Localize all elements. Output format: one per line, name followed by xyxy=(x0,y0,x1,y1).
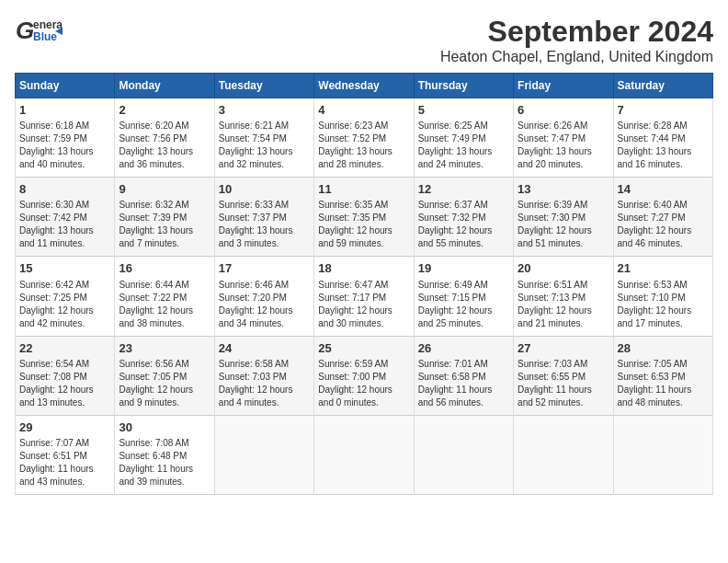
header-row: SundayMondayTuesdayWednesdayThursdayFrid… xyxy=(16,74,713,98)
day-info: Daylight: 13 hours xyxy=(518,145,609,158)
calendar-cell: 23Sunrise: 6:56 AMSunset: 7:05 PMDayligh… xyxy=(115,336,214,415)
day-info: and 11 minutes. xyxy=(19,237,110,250)
day-info: Daylight: 12 hours xyxy=(318,384,409,396)
day-number: 22 xyxy=(19,340,110,357)
day-info: Sunrise: 6:49 AM xyxy=(418,279,509,292)
day-number: 21 xyxy=(618,260,709,277)
day-info: Daylight: 12 hours xyxy=(318,304,409,317)
day-info: and 20 minutes. xyxy=(518,158,609,171)
day-info: and 36 minutes. xyxy=(119,158,210,171)
day-info: Daylight: 13 hours xyxy=(418,145,509,158)
week-row-2: 8Sunrise: 6:30 AMSunset: 7:42 PMDaylight… xyxy=(16,178,713,257)
day-number: 12 xyxy=(418,181,509,198)
calendar-cell: 5Sunrise: 6:25 AMSunset: 7:49 PMDaylight… xyxy=(414,98,513,178)
day-info: and 34 minutes. xyxy=(219,317,310,330)
page-subtitle: Heaton Chapel, England, United Kingdom xyxy=(440,49,713,65)
day-number: 10 xyxy=(219,181,310,198)
week-row-1: 1Sunrise: 6:18 AMSunset: 7:59 PMDaylight… xyxy=(16,98,713,178)
day-info: Daylight: 12 hours xyxy=(318,224,409,237)
day-info: and 39 minutes. xyxy=(119,476,210,488)
day-info: Sunset: 7:15 PM xyxy=(418,292,509,304)
day-info: Sunset: 7:00 PM xyxy=(318,371,409,384)
day-info: Sunset: 6:58 PM xyxy=(418,371,509,384)
day-info: Sunset: 7:47 PM xyxy=(518,132,609,145)
calendar-cell: 13Sunrise: 6:39 AMSunset: 7:30 PMDayligh… xyxy=(514,178,613,257)
day-info: Daylight: 12 hours xyxy=(618,304,709,317)
day-number: 13 xyxy=(518,181,609,198)
day-info: Daylight: 11 hours xyxy=(19,463,110,476)
calendar-cell: 10Sunrise: 6:33 AMSunset: 7:37 PMDayligh… xyxy=(214,178,313,257)
day-info: Sunrise: 6:44 AM xyxy=(119,279,210,292)
day-info: Sunset: 7:13 PM xyxy=(518,292,609,304)
day-number: 15 xyxy=(19,260,110,277)
day-info: Sunrise: 6:30 AM xyxy=(19,199,110,212)
calendar-cell xyxy=(314,415,414,494)
day-info: and 30 minutes. xyxy=(318,317,409,330)
day-info: Daylight: 13 hours xyxy=(119,145,210,158)
day-number: 25 xyxy=(318,340,409,357)
day-info: and 43 minutes. xyxy=(19,476,110,488)
day-info: and 21 minutes. xyxy=(518,317,609,330)
day-number: 16 xyxy=(119,260,210,277)
day-info: Sunrise: 6:23 AM xyxy=(318,120,409,132)
day-info: and 3 minutes. xyxy=(219,237,310,250)
day-info: Sunrise: 6:40 AM xyxy=(618,199,709,212)
day-number: 24 xyxy=(219,340,310,357)
day-info: Daylight: 13 hours xyxy=(119,224,210,237)
page-title: September 2024 xyxy=(440,15,713,49)
calendar-cell: 1Sunrise: 6:18 AMSunset: 7:59 PMDaylight… xyxy=(16,98,115,178)
day-info: Sunset: 7:32 PM xyxy=(418,212,509,224)
header-day-saturday: Saturday xyxy=(613,74,712,98)
day-info: Sunset: 7:17 PM xyxy=(318,292,409,304)
day-info: Sunset: 7:42 PM xyxy=(19,212,110,224)
day-info: Sunrise: 6:20 AM xyxy=(119,120,210,132)
day-info: Daylight: 13 hours xyxy=(19,145,110,158)
calendar-cell: 7Sunrise: 6:28 AMSunset: 7:44 PMDaylight… xyxy=(613,98,712,178)
day-info: Daylight: 13 hours xyxy=(219,145,310,158)
calendar-cell: 21Sunrise: 6:53 AMSunset: 7:10 PMDayligh… xyxy=(613,257,712,336)
day-info: Sunrise: 6:21 AM xyxy=(219,120,310,132)
day-number: 5 xyxy=(418,102,509,119)
day-info: Daylight: 12 hours xyxy=(518,224,609,237)
day-info: Sunrise: 6:54 AM xyxy=(19,358,110,371)
day-number: 18 xyxy=(318,260,409,277)
day-info: Daylight: 12 hours xyxy=(19,384,110,396)
day-info: Sunrise: 6:26 AM xyxy=(518,120,609,132)
day-info: Sunset: 7:27 PM xyxy=(618,212,709,224)
logo: G eneral Blue xyxy=(15,15,63,52)
day-info: Daylight: 12 hours xyxy=(219,304,310,317)
day-info: Sunset: 7:56 PM xyxy=(119,132,210,145)
day-info: Sunset: 7:03 PM xyxy=(219,371,310,384)
calendar-cell: 18Sunrise: 6:47 AMSunset: 7:17 PMDayligh… xyxy=(314,257,414,336)
day-info: Daylight: 12 hours xyxy=(418,304,509,317)
day-info: and 56 minutes. xyxy=(418,396,509,409)
day-info: Daylight: 11 hours xyxy=(518,384,609,396)
day-info: Sunrise: 7:05 AM xyxy=(618,358,709,371)
day-info: and 7 minutes. xyxy=(119,237,210,250)
day-info: Sunset: 7:54 PM xyxy=(219,132,310,145)
calendar-cell: 29Sunrise: 7:07 AMSunset: 6:51 PMDayligh… xyxy=(16,415,115,494)
day-info: Sunset: 6:55 PM xyxy=(518,371,609,384)
day-number: 19 xyxy=(418,260,509,277)
calendar-cell: 3Sunrise: 6:21 AMSunset: 7:54 PMDaylight… xyxy=(214,98,313,178)
header-day-friday: Friday xyxy=(514,74,613,98)
day-info: Daylight: 11 hours xyxy=(418,384,509,396)
calendar-cell: 25Sunrise: 6:59 AMSunset: 7:00 PMDayligh… xyxy=(314,336,414,415)
day-info: Sunrise: 6:18 AM xyxy=(19,120,110,132)
day-info: Sunrise: 6:35 AM xyxy=(318,199,409,212)
day-number: 3 xyxy=(219,102,310,119)
page-header: G eneral Blue September 2024 Heaton Chap… xyxy=(15,15,713,65)
day-info: Sunset: 7:52 PM xyxy=(318,132,409,145)
calendar-cell: 6Sunrise: 6:26 AMSunset: 7:47 PMDaylight… xyxy=(514,98,613,178)
day-number: 23 xyxy=(119,340,210,357)
day-info: Sunrise: 6:32 AM xyxy=(119,199,210,212)
day-info: Sunrise: 6:28 AM xyxy=(618,120,709,132)
day-info: and 51 minutes. xyxy=(518,237,609,250)
calendar-cell: 16Sunrise: 6:44 AMSunset: 7:22 PMDayligh… xyxy=(115,257,214,336)
day-info: and 0 minutes. xyxy=(318,396,409,409)
calendar-cell: 26Sunrise: 7:01 AMSunset: 6:58 PMDayligh… xyxy=(414,336,513,415)
day-number: 29 xyxy=(19,419,110,436)
day-info: Daylight: 12 hours xyxy=(19,304,110,317)
day-info: and 42 minutes. xyxy=(19,317,110,330)
calendar-cell: 30Sunrise: 7:08 AMSunset: 6:48 PMDayligh… xyxy=(115,415,214,494)
